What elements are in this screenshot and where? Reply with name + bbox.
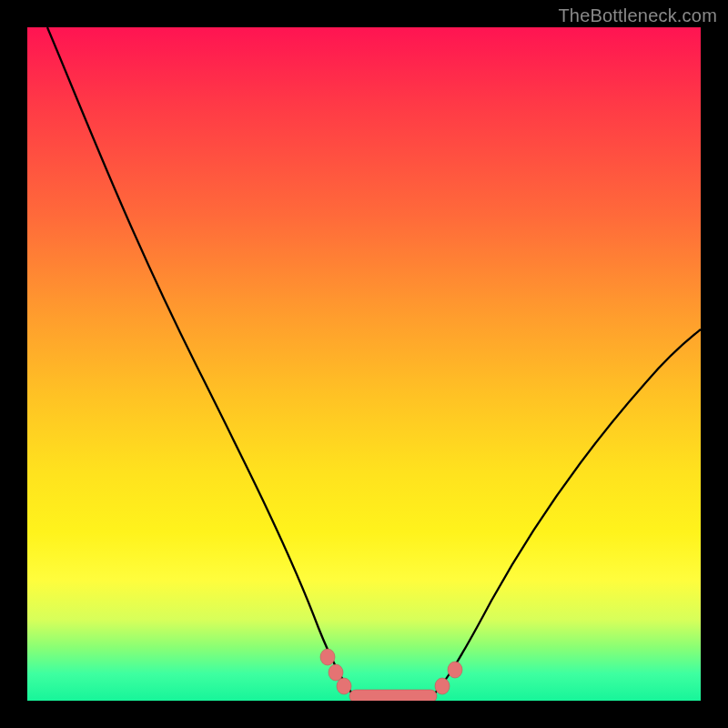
curve-left [47,27,355,697]
watermark-text: TheBottleneck.com [558,5,717,26]
marker-dot [337,678,351,694]
chart-frame: TheBottleneck.com [0,0,728,728]
chart-svg [27,27,701,701]
marker-dot [448,662,462,678]
curve-right [431,329,701,697]
marker-dot [329,664,343,681]
marker-dot [435,678,450,694]
plot-area [27,27,701,701]
marker-dot [320,649,335,665]
marker-bar [349,690,437,701]
marker-group [320,649,462,701]
